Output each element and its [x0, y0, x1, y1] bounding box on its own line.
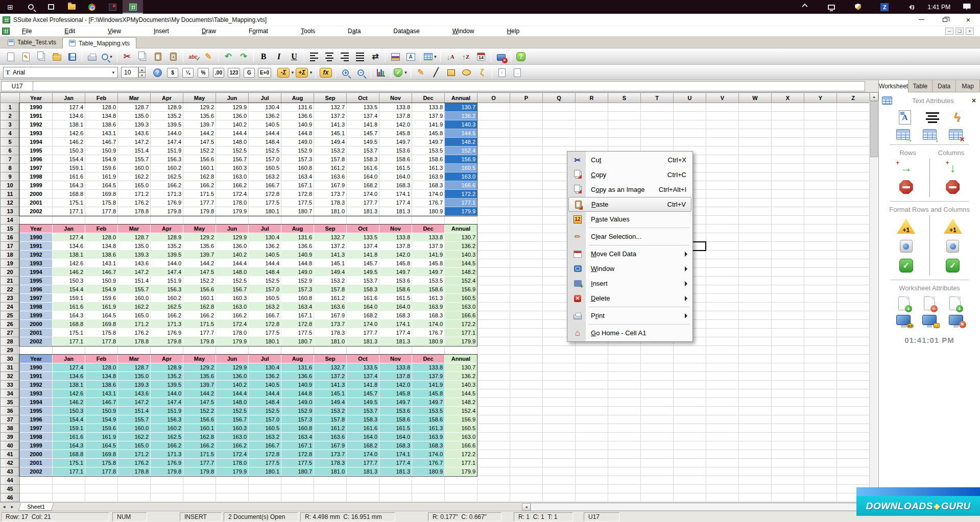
cell[interactable]: 156.9 [445, 415, 477, 424]
cell[interactable]: 141.9 [412, 120, 445, 129]
cell[interactable]: 149.4 [314, 138, 347, 146]
cell[interactable] [477, 233, 510, 242]
cell[interactable] [118, 346, 151, 355]
cell[interactable] [837, 407, 870, 415]
row-header-20[interactable]: 20 [1, 268, 20, 277]
cell[interactable]: 142.0 [379, 381, 412, 389]
cell[interactable]: 177.5 [249, 329, 281, 337]
context-menu-item-clear-selection-[interactable]: ✏Clear Selection... [568, 229, 691, 244]
cell[interactable] [543, 129, 576, 138]
cell[interactable]: 149.7 [379, 268, 412, 277]
cell[interactable]: 141.9 [412, 251, 445, 259]
cell[interactable]: 145.7 [347, 259, 379, 268]
context-menu-item-go-home-cell-a1[interactable]: ⌂Go Home - Cell A1 [568, 326, 691, 340]
cell[interactable] [772, 146, 804, 155]
cell[interactable]: 163.2 [249, 303, 281, 311]
cell[interactable]: 164.5 [85, 311, 118, 320]
row-header-17[interactable]: 17 [1, 242, 20, 251]
cell[interactable] [543, 467, 576, 476]
cell[interactable]: 161.2 [314, 424, 347, 433]
cell[interactable] [576, 476, 608, 485]
cell[interactable]: 141.8 [347, 120, 379, 129]
cell[interactable]: 154.4 [53, 155, 85, 164]
cell[interactable] [641, 363, 674, 372]
cell[interactable]: 152.4 [445, 407, 477, 415]
cell[interactable] [837, 311, 870, 320]
cell[interactable] [641, 112, 674, 120]
cell[interactable]: 177.1 [445, 459, 477, 467]
cell[interactable]: 1998 [20, 303, 53, 311]
cell[interactable] [837, 198, 870, 207]
cell[interactable] [85, 476, 118, 485]
cell[interactable] [477, 216, 510, 225]
row-header-29[interactable]: 29 [1, 346, 20, 355]
cell[interactable]: 166.2 [151, 311, 183, 320]
cell[interactable] [804, 138, 837, 146]
cell[interactable] [477, 207, 510, 216]
cell[interactable]: 160.3 [216, 294, 249, 303]
cell[interactable]: 1996 [20, 415, 53, 424]
cell[interactable] [837, 424, 870, 433]
cell[interactable]: 173.7 [314, 320, 347, 329]
cell[interactable]: 156.7 [216, 415, 249, 424]
cell[interactable] [477, 415, 510, 424]
taskbar-chrome-icon[interactable] [82, 0, 102, 14]
cell[interactable]: Mar [118, 355, 151, 363]
cell[interactable]: 154.4 [53, 415, 85, 424]
cell[interactable]: 145.8 [412, 259, 445, 268]
cell[interactable] [608, 112, 641, 120]
cell[interactable]: 166.2 [151, 441, 183, 450]
cell[interactable]: 163.4 [281, 433, 314, 441]
cell[interactable] [118, 485, 151, 493]
cell[interactable]: 175.8 [85, 329, 118, 337]
taskbar-dark-app-icon[interactable] [102, 0, 123, 14]
cell[interactable] [477, 493, 510, 502]
cell[interactable]: 164.0 [379, 303, 412, 311]
cell[interactable]: 136.6 [281, 112, 314, 120]
cell[interactable]: 149.7 [379, 138, 412, 146]
cell[interactable]: 166.2 [183, 441, 216, 450]
cell[interactable]: 161.5 [379, 294, 412, 303]
panel-close-icon[interactable]: × [972, 96, 976, 105]
cell[interactable]: 147.2 [118, 138, 151, 146]
cell[interactable]: 176.9 [151, 329, 183, 337]
cell[interactable]: 163.0 [445, 172, 477, 181]
cell[interactable] [477, 407, 510, 415]
cell[interactable]: Apr [151, 355, 183, 363]
cell[interactable]: Year [20, 225, 53, 233]
cell[interactable] [837, 389, 870, 398]
worksheet-color-icon[interactable] [896, 315, 911, 325]
cell[interactable]: Feb [85, 355, 118, 363]
cell[interactable]: 136.2 [445, 112, 477, 120]
cell[interactable]: 135.6 [183, 242, 216, 251]
cell[interactable]: 154.9 [85, 155, 118, 164]
cell[interactable] [674, 346, 706, 355]
cell[interactable]: 142.6 [53, 259, 85, 268]
cell[interactable] [739, 415, 772, 424]
cell[interactable]: 142.6 [53, 389, 85, 398]
cell[interactable] [772, 476, 804, 485]
cell[interactable] [543, 485, 576, 493]
cell[interactable]: 144.4 [216, 259, 249, 268]
cell[interactable] [804, 355, 837, 363]
cell[interactable]: 160.1 [183, 294, 216, 303]
cell[interactable]: 175.1 [53, 198, 85, 207]
cell[interactable] [837, 164, 870, 172]
cell[interactable] [804, 233, 837, 242]
cell[interactable] [576, 415, 608, 424]
cell[interactable]: 144.4 [216, 389, 249, 398]
cell[interactable] [641, 450, 674, 459]
cell[interactable] [772, 441, 804, 450]
cell[interactable]: 1991 [20, 242, 53, 251]
cell[interactable]: 144.4 [249, 129, 281, 138]
cell[interactable] [412, 216, 445, 225]
cell[interactable] [706, 181, 739, 190]
cell[interactable] [576, 389, 608, 398]
column-header-S[interactable]: S [608, 93, 641, 103]
cell[interactable]: 160.5 [445, 164, 477, 172]
increase-row-height-icon[interactable]: +1 [897, 218, 915, 234]
cell[interactable] [739, 129, 772, 138]
cell[interactable] [804, 216, 837, 225]
cell[interactable]: 146.2 [53, 268, 85, 277]
cell[interactable] [445, 216, 477, 225]
